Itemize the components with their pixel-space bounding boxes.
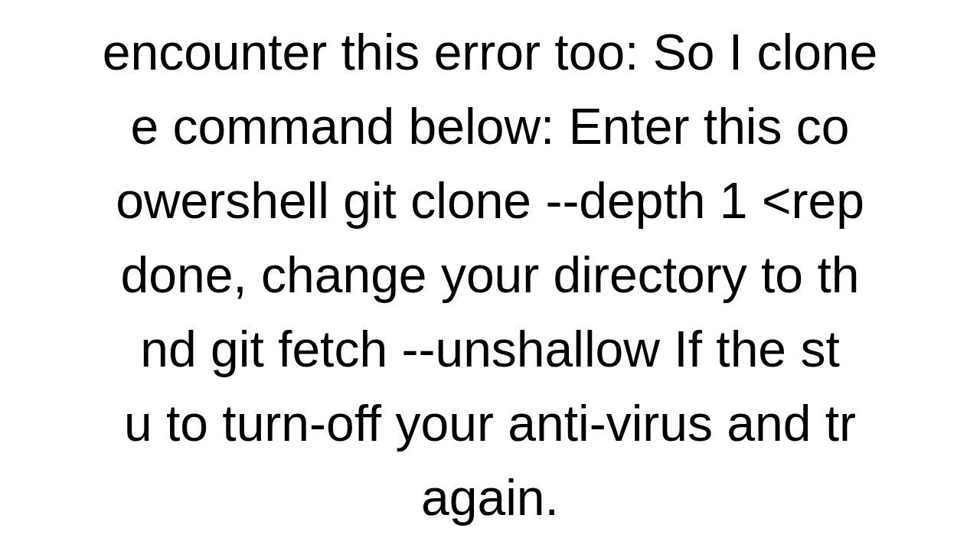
- document-body-text: encounter this error too: So I clonee co…: [0, 15, 980, 535]
